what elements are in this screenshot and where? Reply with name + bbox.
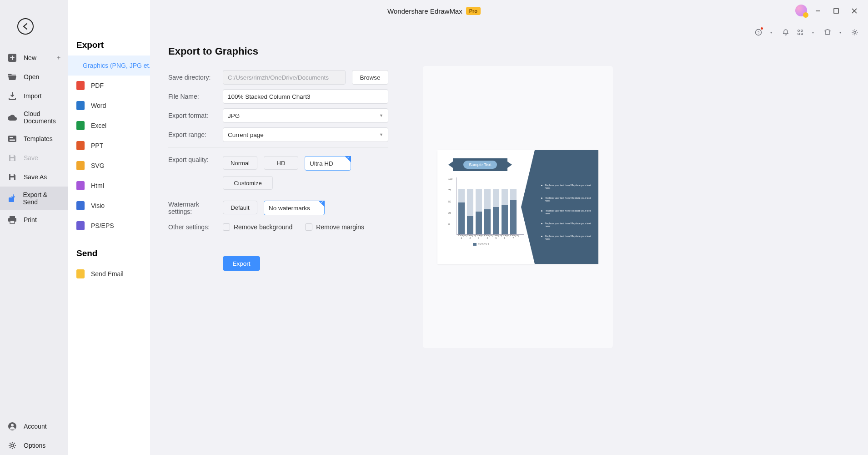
svg-rect-17 <box>10 158 14 161</box>
format-label: Html <box>91 182 104 189</box>
sidebar-item-import[interactable]: Import <box>0 86 68 106</box>
app-title: Wondershare EdrawMax <box>387 7 462 15</box>
export-heading: Export <box>68 0 150 56</box>
format-item-excel[interactable]: Excel <box>68 116 150 136</box>
svg-rect-21 <box>10 216 15 218</box>
avatar-button[interactable] <box>795 5 807 16</box>
svg-text:?: ? <box>757 30 759 35</box>
format-item-html[interactable]: Html <box>68 176 150 196</box>
sidebar-item-new[interactable]: New＋ <box>0 48 68 67</box>
remove-margins-checkbox[interactable] <box>305 223 312 231</box>
bell-button[interactable] <box>779 25 793 39</box>
maximize-button[interactable] <box>827 0 845 22</box>
format-label: PS/EPS <box>91 222 114 229</box>
sidebar-item-label: Save As <box>24 173 47 181</box>
print-icon <box>7 215 17 225</box>
svg-point-6 <box>798 30 800 32</box>
svg-rect-13 <box>10 137 13 138</box>
export-icon <box>7 193 16 203</box>
help-button[interactable]: ? <box>752 25 765 39</box>
new-plus-icon[interactable]: ＋ <box>55 54 62 62</box>
cloud-icon <box>7 112 17 122</box>
sidebar-item-cloud[interactable]: Cloud Documents <box>0 106 68 129</box>
ppt-icon <box>76 141 85 150</box>
svg-point-25 <box>11 424 14 427</box>
sidebar-item-save: Save <box>0 148 68 167</box>
open-icon <box>7 72 17 82</box>
format-label: Graphics (PNG, JPG et... <box>83 62 150 69</box>
watermark-none-button[interactable]: No watermarks <box>264 201 325 215</box>
format-item-graphics[interactable]: Graphics (PNG, JPG et... <box>68 56 150 76</box>
quality-customize-button[interactable]: Customize <box>223 176 273 190</box>
watermark-default-button[interactable]: Default <box>223 201 257 214</box>
format-label: Send Email <box>91 270 124 278</box>
sidebar-item-label: Templates <box>24 135 53 142</box>
format-item-email[interactable]: Send Email <box>68 264 150 284</box>
watermark-label: Watermark settings: <box>168 201 223 215</box>
svg-rect-19 <box>10 177 14 180</box>
sidebar-item-label: Export & Send <box>23 191 61 206</box>
export-format-label: Export format: <box>168 112 223 119</box>
page-title: Export to Graphics <box>168 46 850 57</box>
keyboard-caret-icon: ▾ <box>806 25 820 39</box>
format-label: Visio <box>91 202 105 209</box>
minimize-button[interactable] <box>809 0 827 22</box>
saveas-icon <box>7 172 17 182</box>
save-icon <box>7 153 17 163</box>
format-label: PDF <box>91 82 104 89</box>
account-icon <box>7 421 17 431</box>
export-format-select[interactable]: JPG▼ <box>223 108 388 123</box>
svg-point-9 <box>801 33 803 35</box>
quality-normal-button[interactable]: Normal <box>223 156 257 170</box>
sidebar-item-open[interactable]: Open <box>0 67 68 86</box>
format-item-pdf[interactable]: PDF <box>68 76 150 96</box>
new-icon <box>7 53 17 63</box>
export-button[interactable]: Export <box>223 256 260 271</box>
preview-chart: 1007550250 Category 1Category 2Category … <box>448 177 526 246</box>
sidebar-item-saveas[interactable]: Save As <box>0 167 68 187</box>
email-icon <box>76 269 85 278</box>
close-button[interactable] <box>845 0 863 22</box>
svg-rect-14 <box>10 139 15 140</box>
sidebar-item-options[interactable]: Options <box>0 436 68 455</box>
send-heading: Send <box>68 236 150 264</box>
svg-rect-15 <box>10 140 15 141</box>
sidebar-item-account[interactable]: Account <box>0 417 68 436</box>
svg-rect-18 <box>10 174 14 176</box>
remove-background-checkbox[interactable] <box>223 223 230 231</box>
sidebar-item-print[interactable]: Print <box>0 210 68 229</box>
format-label: PPT <box>91 142 103 149</box>
shirt-button[interactable] <box>821 25 834 39</box>
browse-button[interactable]: Browse <box>352 70 388 85</box>
save-directory-field[interactable]: C:/Users/rimzh/OneDrive/Documents <box>223 70 346 85</box>
svg-point-26 <box>11 444 14 447</box>
format-item-pseps[interactable]: PS/EPS <box>68 216 150 236</box>
primary-sidebar: New＋OpenImportCloud DocumentsTemplatesSa… <box>0 0 68 455</box>
filename-input[interactable] <box>223 89 388 104</box>
sidebar-item-label: Account <box>24 423 47 430</box>
format-item-visio[interactable]: Visio <box>68 196 150 216</box>
export-range-label: Export range: <box>168 131 223 138</box>
format-item-svg[interactable]: SVG <box>68 156 150 176</box>
other-settings-label: Other settings: <box>168 223 223 231</box>
export-range-select[interactable]: Current page▼ <box>223 127 388 142</box>
sidebar-item-export[interactable]: Export & Send <box>0 187 68 210</box>
svg-rect-1 <box>834 9 838 13</box>
svg-icon <box>76 161 85 170</box>
format-item-word[interactable]: Word <box>68 96 150 116</box>
svg-point-8 <box>798 33 800 35</box>
back-button[interactable] <box>17 18 34 35</box>
sidebar-item-templates[interactable]: Templates <box>0 129 68 148</box>
quality-ultrahd-button[interactable]: Ultra HD <box>305 156 351 171</box>
preview-ribbon: Sample Text <box>453 158 507 171</box>
sidebar-item-label: Print <box>24 216 37 223</box>
format-item-ppt[interactable]: PPT <box>68 136 150 156</box>
secondary-toolbar: ? ▾ ▾ ▾ <box>752 25 862 39</box>
filename-label: File Name: <box>168 93 223 100</box>
quality-hd-button[interactable]: HD <box>264 156 298 170</box>
excel-icon <box>76 121 85 130</box>
gear-button[interactable] <box>848 25 862 39</box>
keyboard-button[interactable] <box>793 25 807 39</box>
svg-point-7 <box>801 30 803 32</box>
pro-badge: Pro <box>466 7 481 15</box>
